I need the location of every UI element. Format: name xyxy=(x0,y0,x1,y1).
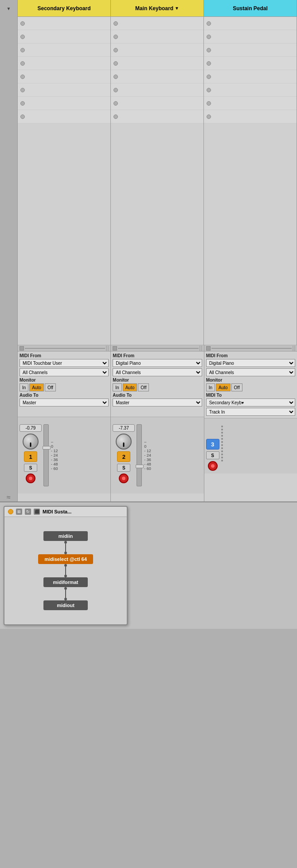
knob-2[interactable] xyxy=(116,434,132,450)
scroll-track xyxy=(118,348,198,349)
channel-main[interactable]: All Channels xyxy=(113,368,202,376)
rec-btn-3[interactable] xyxy=(208,461,218,471)
midi-from-device-main[interactable]: Digital Piano xyxy=(113,359,202,367)
slot-row[interactable] xyxy=(204,70,297,83)
track-header-main[interactable]: Main Keyboard ▼ xyxy=(111,0,204,17)
scale-48: - 48 xyxy=(51,462,58,466)
slot-dot xyxy=(207,114,211,119)
track-header-sustain[interactable]: Sustain Pedal xyxy=(204,0,297,17)
rec-btn-2[interactable] xyxy=(119,473,129,483)
patch-wire-1 xyxy=(65,544,66,552)
scroll-btn-left[interactable] xyxy=(20,346,24,351)
patcher-stop-icon[interactable]: ⬛ xyxy=(34,509,40,515)
channel-secondary[interactable]: All Channels xyxy=(20,368,109,376)
slot-row[interactable] xyxy=(111,57,203,70)
monitor-off-btn-sustain[interactable]: Off xyxy=(231,383,242,391)
scale-60-2: - 60 xyxy=(144,466,151,471)
patch-node-midiout[interactable]: midiout xyxy=(43,600,88,610)
slot-dot xyxy=(113,75,118,79)
controls-row: ≈ MIDI From MIDI Touchbar User All Chann… xyxy=(0,351,297,501)
monitor-off-btn-main[interactable]: Off xyxy=(138,383,149,391)
slot-row[interactable] xyxy=(111,70,203,83)
slot-dot xyxy=(113,61,118,66)
dot-11 xyxy=(221,457,223,458)
fader-handle-2[interactable] xyxy=(136,465,144,468)
track-num-btn-3[interactable]: 3 xyxy=(206,439,219,450)
knob-dot-2 xyxy=(123,442,125,447)
slot-row[interactable] xyxy=(204,17,297,30)
scale-12: - 12 xyxy=(51,449,58,453)
fader-visual-2: – 0 - 12 - 24 - 36 - 48 - 60 xyxy=(137,420,152,491)
monitor-auto-btn-secondary[interactable]: Auto xyxy=(29,383,44,391)
slot-row[interactable] xyxy=(18,57,110,70)
slot-row[interactable] xyxy=(111,110,203,123)
monitor-in-btn-secondary[interactable]: In xyxy=(20,383,28,391)
scroll-strip-2[interactable] xyxy=(111,345,204,351)
monitor-auto-btn-sustain[interactable]: Auto xyxy=(216,383,231,391)
midi-from-device-secondary[interactable]: MIDI Touchbar User xyxy=(20,359,109,367)
patcher-refresh-icon[interactable]: ↻ xyxy=(25,509,31,515)
scroll-strip-1[interactable] xyxy=(18,345,111,351)
scale-marker: – xyxy=(144,440,151,444)
fader-track-1[interactable] xyxy=(43,424,49,486)
patch-node-midiselect[interactable]: midiselect @ctl 64 xyxy=(38,554,93,564)
patcher-save-icon[interactable]: ⊞ xyxy=(16,509,22,515)
fader-handle-1[interactable] xyxy=(43,446,51,450)
slot-row[interactable] xyxy=(204,30,297,43)
track-title-main: Main Keyboard xyxy=(135,5,173,12)
fader-scale-1: – 0 - 12 - 24 - 36 - 48 - 60 xyxy=(50,440,59,471)
rec-btn-1[interactable] xyxy=(26,473,35,483)
track-num-btn-1[interactable]: 1 xyxy=(24,451,37,462)
scroll-track xyxy=(211,348,292,349)
slot-dot xyxy=(207,21,211,26)
header-dropdown-icon[interactable]: ▼ xyxy=(7,6,11,11)
fader-track-2[interactable] xyxy=(137,424,142,486)
slot-row[interactable] xyxy=(204,83,297,97)
slot-row[interactable] xyxy=(111,83,203,97)
monitor-off-btn-secondary[interactable]: Off xyxy=(45,383,56,391)
midi-from-label-main: MIDI From xyxy=(113,353,202,358)
slot-row[interactable] xyxy=(204,97,297,110)
channel-sustain[interactable]: All Channels xyxy=(206,368,295,376)
slot-row[interactable] xyxy=(204,57,297,70)
track-header-secondary[interactable]: Secondary Keyboard xyxy=(18,0,111,17)
slot-row[interactable] xyxy=(18,70,110,83)
slot-row[interactable] xyxy=(111,30,203,43)
scroll-strip-3[interactable] xyxy=(204,345,297,351)
solo-btn-3[interactable]: S xyxy=(206,451,219,459)
audio-to-main[interactable]: Master xyxy=(113,398,202,406)
solo-btn-1[interactable]: S xyxy=(24,464,37,472)
midi-from-device-sustain[interactable]: Digital Piano xyxy=(206,359,295,367)
slot-row[interactable] xyxy=(111,17,203,30)
slot-row[interactable] xyxy=(204,110,297,123)
slot-row[interactable] xyxy=(111,43,203,57)
left-sidebar-controls: ≈ xyxy=(0,351,18,501)
solo-btn-2[interactable]: S xyxy=(117,464,130,472)
scroll-btn-left[interactable] xyxy=(113,346,117,351)
slot-row[interactable] xyxy=(18,83,110,97)
slot-dot xyxy=(113,88,118,92)
slot-row[interactable] xyxy=(18,43,110,57)
knob-1[interactable] xyxy=(23,434,39,450)
slot-row[interactable] xyxy=(18,17,110,30)
slot-row[interactable] xyxy=(18,97,110,110)
scroll-btn-left[interactable] xyxy=(206,346,211,351)
dot-9 xyxy=(221,450,223,452)
slot-row[interactable] xyxy=(111,97,203,110)
slot-row[interactable] xyxy=(204,43,297,57)
patch-node-midiformat[interactable]: midiformat xyxy=(43,577,88,587)
slot-dot xyxy=(207,75,211,79)
slot-row[interactable] xyxy=(18,110,110,123)
midi-to-sustain[interactable]: Secondary Keyb▾ xyxy=(206,398,295,406)
slot-row[interactable] xyxy=(18,30,110,43)
slot-dot xyxy=(113,35,118,39)
monitor-label-secondary: Monitor xyxy=(20,378,109,383)
track-num-btn-2[interactable]: 2 xyxy=(117,451,130,462)
audio-to-secondary[interactable]: Master xyxy=(20,398,109,406)
monitor-auto-btn-main[interactable]: Auto xyxy=(123,383,137,391)
patch-node-midiin[interactable]: midiin xyxy=(43,531,88,541)
monitor-in-btn-main[interactable]: In xyxy=(113,383,121,391)
main-keyboard-arrow-icon[interactable]: ▼ xyxy=(175,6,179,11)
monitor-in-btn-sustain[interactable]: In xyxy=(206,383,215,391)
track-in-sustain[interactable]: Track In xyxy=(206,408,295,416)
